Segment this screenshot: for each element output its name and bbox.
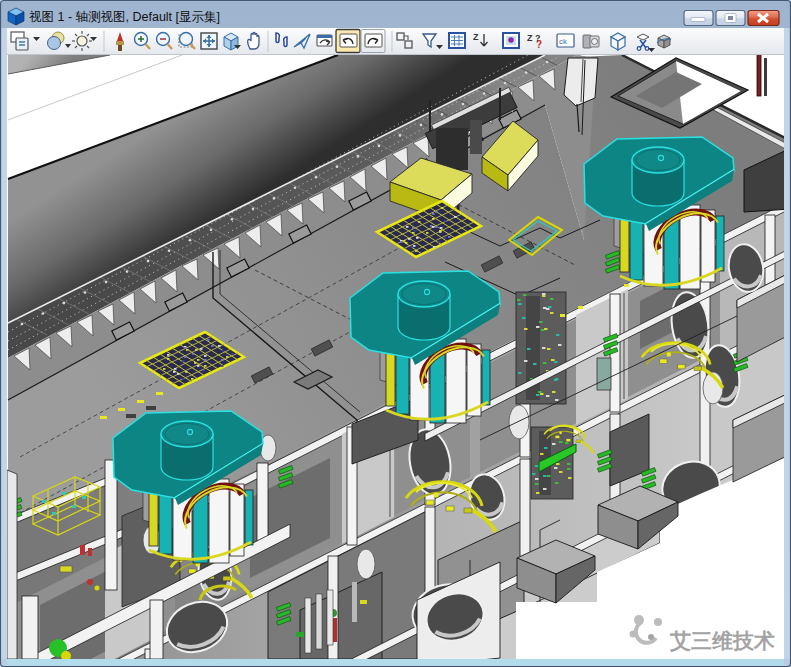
svg-text:?: ?	[536, 39, 542, 50]
svg-text:ck: ck	[559, 37, 568, 46]
svg-text:艾三维技术: 艾三维技术	[669, 629, 775, 652]
svg-text:视图 1 - 轴测视图, Default [显示集]: 视图 1 - 轴测视图, Default [显示集]	[29, 10, 220, 24]
svg-text:Z: Z	[527, 33, 533, 43]
svg-text:Z: Z	[473, 32, 479, 42]
